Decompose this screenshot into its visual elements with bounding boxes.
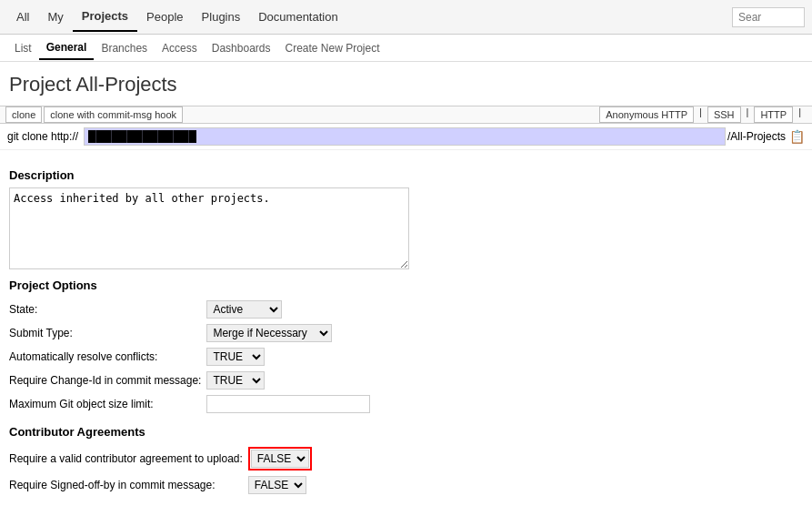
change-id-row: Require Change-Id in commit message: TRU… [9,369,376,392]
subnav-branches[interactable]: Branches [94,37,155,59]
clone-tab[interactable]: clone [5,106,42,123]
project-options-table: State: Active Read Only Hidden Submit Ty… [9,298,376,416]
anon-http-tab[interactable]: Anonymous HTTP [599,106,694,123]
auto-resolve-select[interactable]: TRUE FALSE [206,348,265,366]
subnav-create-new-project[interactable]: Create New Project [278,37,387,59]
description-textarea[interactable]: Access inherited by all other projects. [9,187,409,269]
signed-off-row: Require Signed-off-by in commit message:… [9,473,317,497]
max-git-label: Maximum Git object size limit: [9,392,206,416]
separator3: | [795,106,805,123]
require-upload-row: Require a valid contributor agreement to… [9,444,317,473]
nav-my[interactable]: My [38,3,72,31]
require-upload-label: Require a valid contributor agreement to… [9,444,248,473]
nav-projects[interactable]: Projects [73,2,137,32]
auto-resolve-row: Automatically resolve conflicts: TRUE FA… [9,345,376,369]
project-options-title: Project Options [9,278,803,292]
change-id-select[interactable]: TRUE FALSE [206,371,265,390]
submit-type-cell: Merge if Necessary Fast Forward Only Reb… [206,321,376,345]
clone-with-hook-tab[interactable]: clone with commit-msg hook [44,106,183,123]
state-row: State: Active Read Only Hidden [9,298,376,321]
top-nav: All My Projects People Plugins Documenta… [0,0,812,35]
change-id-label: Require Change-Id in commit message: [9,369,206,392]
submit-type-row: Submit Type: Merge if Necessary Fast For… [9,321,376,345]
auto-resolve-cell: TRUE FALSE [206,345,376,369]
submit-type-label: Submit Type: [9,321,206,345]
submit-type-select[interactable]: Merge if Necessary Fast Forward Only Reb… [206,324,332,342]
require-upload-cell: FALSE TRUE [248,444,317,473]
nav-people[interactable]: People [137,3,192,31]
clone-url-row: git clone http:// /All-Projects 📋 [0,124,812,150]
max-git-cell [206,392,376,416]
separator2: | [743,106,753,123]
max-git-input[interactable] [206,395,370,413]
copy-icon[interactable]: 📋 [789,129,805,144]
clone-tabs: clone clone with commit-msg hook Anonymo… [0,106,812,124]
page-title: Project All-Projects [0,62,812,106]
sub-nav: List General Branches Access Dashboards … [0,35,812,62]
require-upload-select[interactable]: FALSE TRUE [251,450,309,468]
clone-url-masked[interactable] [84,127,726,146]
subnav-dashboards[interactable]: Dashboards [205,37,278,59]
contributor-table: Require a valid contributor agreement to… [9,444,317,497]
state-cell: Active Read Only Hidden [206,298,376,321]
subnav-access[interactable]: Access [155,37,205,59]
http-tab[interactable]: HTTP [754,106,793,123]
contributor-box: FALSE TRUE [248,447,312,471]
subnav-list[interactable]: List [7,37,39,59]
search-input[interactable] [732,7,805,27]
change-id-cell: TRUE FALSE [206,369,376,392]
signed-off-label: Require Signed-off-by in commit message: [9,473,248,497]
clone-url-path: /All-Projects [727,130,786,143]
signed-off-select[interactable]: FALSE TRUE [248,476,306,494]
ssh-tab[interactable]: SSH [707,106,741,123]
clone-url-label: git clone http:// [7,130,78,143]
separator: | [696,106,706,123]
state-select[interactable]: Active Read Only Hidden [206,300,282,319]
nav-all[interactable]: All [7,3,38,31]
description-label: Description [9,168,803,182]
nav-plugins[interactable]: Plugins [193,3,250,31]
content: Description Access inherited by all othe… [0,150,812,506]
anon-group: Anonymous HTTP | SSH | HTTP | [599,106,807,123]
contributor-title: Contributor Agreements [9,425,803,439]
max-git-row: Maximum Git object size limit: [9,392,376,416]
signed-off-cell: FALSE TRUE [248,473,317,497]
subnav-general[interactable]: General [39,36,95,60]
auto-resolve-label: Automatically resolve conflicts: [9,345,206,369]
state-label: State: [9,298,206,321]
nav-documentation[interactable]: Documentation [249,3,346,31]
